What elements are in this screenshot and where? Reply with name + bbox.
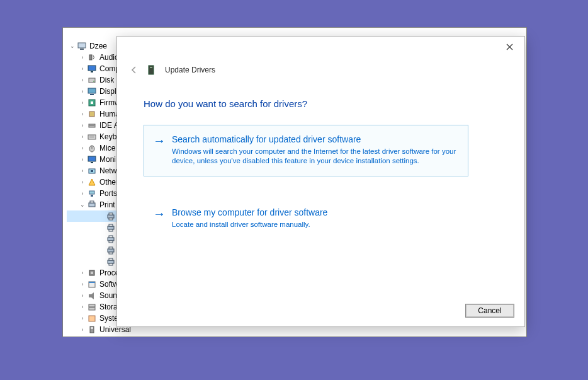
svg-rect-33 xyxy=(109,229,113,231)
svg-rect-0 xyxy=(78,43,86,48)
option-desc: Locate and install driver software manua… xyxy=(172,220,458,229)
svg-rect-41 xyxy=(109,258,113,260)
svg-rect-1 xyxy=(80,49,84,50)
dialog-heading: How do you want to search for drivers? xyxy=(144,98,307,109)
chevron-right-icon[interactable]: › xyxy=(78,313,87,324)
speaker-icon xyxy=(87,52,97,62)
computer-icon xyxy=(77,41,87,51)
tree-item-label: Ports xyxy=(99,188,117,199)
chevron-down-icon[interactable]: ⌄ xyxy=(78,199,87,210)
svg-rect-28 xyxy=(108,215,114,218)
svg-rect-36 xyxy=(109,241,113,243)
svg-rect-25 xyxy=(91,195,93,197)
svg-point-6 xyxy=(93,81,94,82)
chevron-right-icon[interactable]: › xyxy=(78,131,87,142)
printer-icon xyxy=(106,245,116,255)
svg-rect-51 xyxy=(89,316,95,321)
svg-rect-40 xyxy=(108,260,114,263)
printer-icon xyxy=(106,234,116,244)
svg-rect-10 xyxy=(91,101,93,104)
chevron-right-icon[interactable]: › xyxy=(78,97,87,108)
device-icon xyxy=(146,65,156,75)
usb-icon xyxy=(87,325,97,335)
svg-rect-29 xyxy=(109,213,113,215)
option-desc: Windows will search your computer and th… xyxy=(172,147,458,166)
svg-rect-3 xyxy=(88,66,96,71)
svg-rect-55 xyxy=(150,67,152,68)
svg-rect-31 xyxy=(108,226,114,229)
chevron-right-icon[interactable]: › xyxy=(78,279,87,290)
sound-icon xyxy=(87,291,97,301)
arrow-right-icon: → xyxy=(153,134,166,147)
software-icon xyxy=(87,279,97,289)
chevron-right-icon[interactable]: › xyxy=(78,63,87,74)
system-icon xyxy=(87,313,97,323)
svg-rect-37 xyxy=(108,249,114,252)
svg-rect-20 xyxy=(91,162,93,163)
disk-icon xyxy=(87,75,97,85)
svg-rect-22 xyxy=(91,170,93,172)
svg-rect-44 xyxy=(91,272,93,274)
svg-rect-5 xyxy=(89,78,95,83)
chevron-right-icon[interactable]: › xyxy=(78,52,87,63)
svg-rect-24 xyxy=(89,191,94,194)
tree-item-label: Moni xyxy=(99,154,116,165)
network-icon xyxy=(87,166,97,176)
tree-item-label: Other xyxy=(99,176,118,188)
svg-rect-8 xyxy=(90,94,94,95)
svg-rect-46 xyxy=(89,282,95,283)
printer-icon xyxy=(106,222,116,233)
svg-rect-42 xyxy=(109,263,113,265)
firmware-icon xyxy=(87,98,97,108)
chevron-right-icon[interactable]: › xyxy=(78,290,87,301)
tree-item-label: Print xyxy=(99,199,115,210)
svg-marker-48 xyxy=(91,292,94,299)
svg-rect-32 xyxy=(109,224,113,226)
keyboard-icon xyxy=(87,132,97,142)
tree-item-label: Softw xyxy=(99,279,118,290)
chevron-right-icon[interactable]: › xyxy=(78,86,87,97)
chevron-right-icon[interactable]: › xyxy=(78,120,87,131)
svg-rect-27 xyxy=(90,201,94,203)
chevron-right-icon[interactable]: › xyxy=(78,108,87,120)
svg-rect-30 xyxy=(109,218,113,220)
chevron-right-icon[interactable]: › xyxy=(78,165,87,176)
ide-icon xyxy=(87,120,97,130)
back-button[interactable] xyxy=(128,64,140,76)
svg-rect-2 xyxy=(89,55,92,60)
close-button[interactable] xyxy=(498,39,521,54)
svg-rect-47 xyxy=(89,294,91,297)
chevron-right-icon[interactable]: › xyxy=(78,176,87,188)
chevron-right-icon[interactable]: › xyxy=(78,188,87,199)
chevron-right-icon[interactable]: › xyxy=(78,324,87,335)
storage-icon xyxy=(87,302,97,312)
chevron-right-icon[interactable]: › xyxy=(78,267,87,279)
monitor-icon xyxy=(87,64,97,74)
chevron-right-icon[interactable]: › xyxy=(78,301,87,313)
svg-rect-4 xyxy=(91,71,93,72)
svg-rect-7 xyxy=(88,88,96,93)
dialog-header: Update Drivers xyxy=(128,64,215,76)
chevron-right-icon[interactable]: › xyxy=(78,142,87,154)
display-icon xyxy=(87,86,97,96)
option-title: Search automatically for updated driver … xyxy=(172,134,458,144)
hid-icon xyxy=(87,109,97,119)
chevron-right-icon[interactable]: › xyxy=(78,154,87,165)
printer-icon xyxy=(87,200,97,210)
svg-rect-53 xyxy=(91,327,93,329)
monitor-icon xyxy=(87,154,97,164)
svg-marker-23 xyxy=(89,179,95,185)
cancel-button[interactable]: Cancel xyxy=(465,304,514,318)
printer-icon xyxy=(106,256,116,267)
svg-rect-38 xyxy=(109,247,113,249)
option-browse-computer[interactable]: → Browse my computer for driver software… xyxy=(144,198,468,240)
chevron-right-icon[interactable]: › xyxy=(78,74,87,86)
arrow-right-icon: → xyxy=(153,207,166,220)
cpu-icon xyxy=(87,268,97,278)
option-search-automatically[interactable]: → Search automatically for updated drive… xyxy=(144,125,468,176)
chevron-down-icon[interactable]: ⌄ xyxy=(68,40,77,52)
dialog-title: Update Drivers xyxy=(165,66,215,74)
svg-rect-39 xyxy=(109,252,113,254)
svg-rect-50 xyxy=(89,308,95,310)
update-drivers-dialog: Update Drivers How do you want to search… xyxy=(116,36,525,327)
